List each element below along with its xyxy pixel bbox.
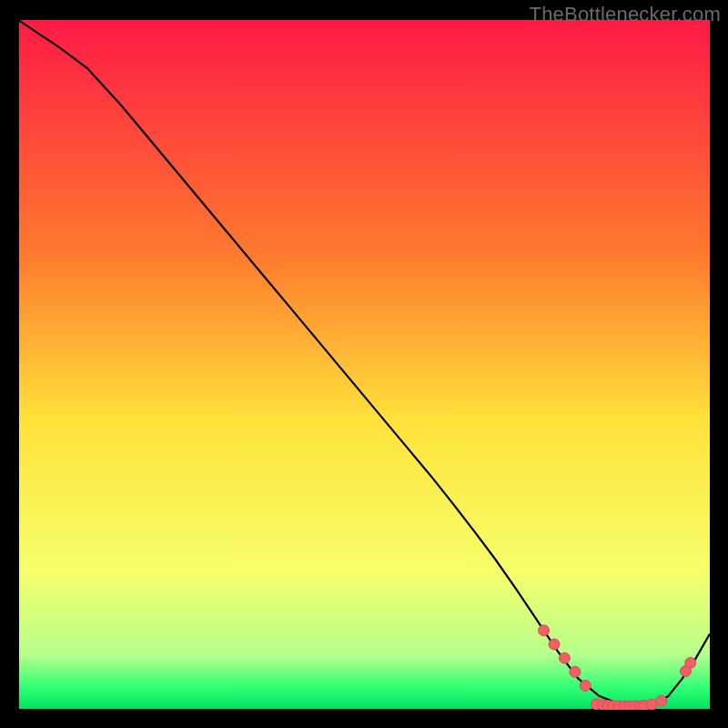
watermark-text: TheBottlenecker.com <box>530 3 721 26</box>
data-marker <box>539 625 550 636</box>
data-marker <box>580 680 591 691</box>
chart-root: TheBottlenecker.com <box>0 0 728 728</box>
gradient-background <box>18 20 710 710</box>
plot-area <box>18 20 710 710</box>
data-marker <box>685 657 696 668</box>
data-marker <box>549 639 560 650</box>
data-marker <box>570 666 581 677</box>
data-marker <box>559 652 570 663</box>
data-marker <box>656 695 667 706</box>
chart-svg <box>18 20 710 710</box>
